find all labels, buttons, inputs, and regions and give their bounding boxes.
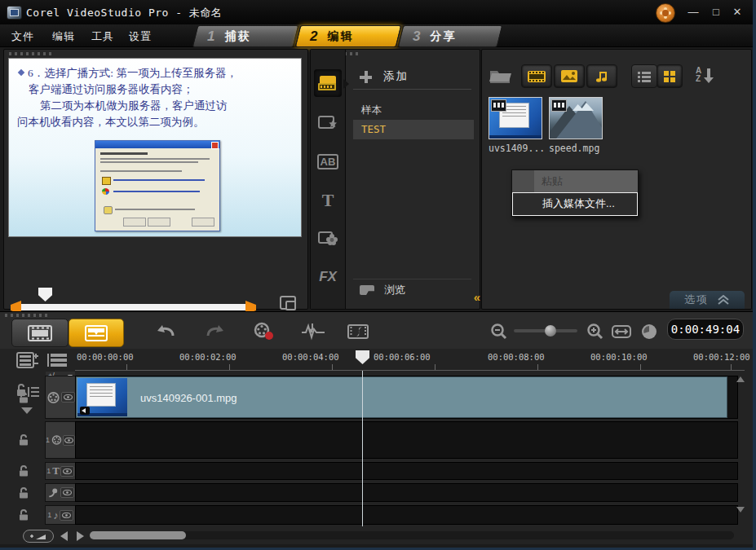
menu-file[interactable]: 文件 [11,29,34,44]
voice-track-body[interactable] [75,483,738,502]
library-item-test[interactable]: TEST [353,120,474,139]
nav-filter-button[interactable]: FX [314,263,342,291]
lock-icon[interactable] [18,486,29,499]
overlay-track-header[interactable]: 1 [45,421,76,459]
storyboard-view-button[interactable] [11,319,69,347]
track-visibility-eye-icon[interactable] [61,392,75,403]
zoom-in-button[interactable] [581,320,610,343]
zoom-slider-knob[interactable] [545,325,556,337]
music-track-header[interactable]: 1 ♪ [45,505,76,525]
preview-scrub-marker[interactable] [38,288,52,301]
record-capture-button[interactable] [250,320,279,343]
auto-music-icon [347,323,371,341]
minimize-button[interactable]: — [684,5,702,20]
undo-button[interactable] [151,320,180,343]
timeline-ruler[interactable] [75,370,745,371]
nav-transition-button[interactable]: AB [314,147,342,175]
fit-project-button[interactable] [607,320,636,343]
music-track-body[interactable] [75,505,738,525]
library-browse-button[interactable]: 浏览 [353,279,471,301]
slide-text-line: 6．选择广播方式: 第一项为上传至服务器， [17,65,237,81]
track-visibility-eye-icon[interactable] [60,487,74,498]
grid-view-button[interactable] [657,64,683,88]
step-tab-capture[interactable]: 1捕获 [192,25,299,47]
nav-instant-project-button[interactable] [314,108,342,136]
sound-mixer-button[interactable] [298,320,328,343]
menu-tools[interactable]: 工具 [91,29,114,44]
media-thumbnail[interactable]: speed.mpg [549,97,603,154]
media-icon [317,74,338,92]
filter-audio-button[interactable] [586,64,617,88]
horizontal-scrollbar[interactable] [90,531,734,539]
library-item-sample[interactable]: 样本 [353,100,474,120]
timeline-view-button[interactable] [69,319,124,347]
scroll-left-arrow[interactable] [60,531,68,541]
transition-ab-icon: AB [317,154,339,169]
music-track-row: 1 ♪ [0,505,756,525]
overlay-track-body[interactable] [75,421,738,459]
auto-music-button[interactable] [344,320,374,343]
video-track-body[interactable]: uvs140926-001.mpg [75,376,738,419]
scroll-right-arrow[interactable] [77,531,84,541]
video-track-icon [46,391,60,404]
filter-photo-button[interactable] [554,64,585,88]
nav-title-button[interactable]: T [314,187,342,214]
menu-edit[interactable]: 编辑 [52,29,75,44]
video-badge-icon [551,99,567,112]
track-visibility-eye-icon[interactable] [60,510,73,521]
library-add-row[interactable]: 添加 [353,64,471,90]
video-track-header[interactable] [45,376,76,419]
project-duration-button[interactable] [634,320,664,343]
horizontal-scrollbar-thumb[interactable] [90,531,186,539]
menu-bar: 文件 编辑 工具 设置 1捕获 2编辑 3分享 [0,24,753,47]
nav-media-button[interactable] [314,69,342,97]
title-track-header[interactable]: 1 T [45,462,76,480]
panel-grip[interactable] [9,52,51,55]
list-view-button[interactable] [631,64,657,88]
lock-icon[interactable] [18,509,29,521]
timeline-clip[interactable]: uvs140926-001.mpg [76,376,727,418]
track-visibility-eye-icon[interactable] [63,435,75,446]
redo-button[interactable] [201,320,230,343]
sort-button[interactable]: A Z [696,66,717,86]
scroll-up-arrow[interactable] [736,376,745,382]
options-tab[interactable]: 选项 [670,291,745,309]
filter-video-button[interactable] [521,64,552,88]
voice-track-header[interactable] [45,483,76,502]
import-folder-icon[interactable] [489,64,513,86]
media-thumbnail[interactable]: uvs1409... [489,97,542,154]
maximize-button[interactable]: □ [707,5,725,20]
lock-icon[interactable] [18,434,29,447]
corel-badge-icon[interactable] [656,3,675,23]
storyboard-icon [28,325,52,341]
zoom-slider[interactable] [514,329,577,332]
enlarge-preview-icon[interactable] [280,296,296,310]
ruler-tick-label: 00:00:00:00 [77,352,134,362]
scroll-down-arrow[interactable] [736,507,745,513]
title-track-body[interactable] [75,462,738,480]
track-manager-icon[interactable] [16,352,39,368]
trim-bar[interactable] [19,304,249,310]
project-duration-timecode[interactable]: 0:00:49:04 [667,319,744,340]
track-height-button[interactable] [23,530,54,543]
track-visibility-eye-icon[interactable] [60,466,74,477]
timeline-toolbar: 0:00:49:04 [0,311,756,350]
overlay-track-row: 1 [0,421,756,459]
track-number: 1 [46,436,50,444]
film-reel-record-icon [253,322,276,341]
panel-grip[interactable] [5,314,47,317]
step-tab-edit[interactable]: 2编辑 [295,25,402,47]
all-tracks-icon[interactable] [46,352,69,368]
menu-settings[interactable]: 设置 [129,29,152,44]
context-menu-insert-media[interactable]: 插入媒体文件... [512,192,638,216]
lock-icon[interactable] [18,391,29,403]
lock-icon[interactable] [18,465,29,477]
step-tab-share[interactable]: 3分享 [398,25,503,47]
close-button[interactable]: ✕ [728,5,746,20]
graphic-icon [317,229,338,247]
thumbnail-name: speed.mpg [549,143,603,154]
nav-graphic-button[interactable] [314,224,342,252]
library-collapse-icon[interactable]: « [474,290,480,304]
zoom-out-button[interactable] [484,320,514,343]
playhead-marker[interactable] [356,350,369,364]
